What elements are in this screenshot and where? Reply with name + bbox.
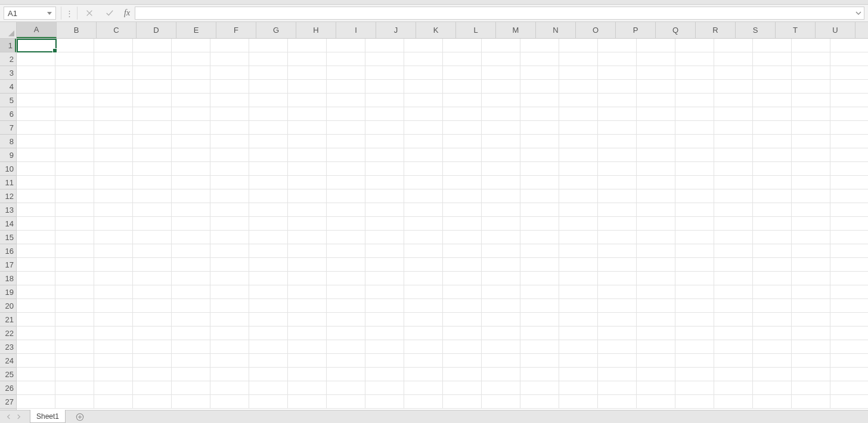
cell[interactable] [327,80,365,94]
cell[interactable] [210,326,249,340]
cell[interactable] [753,66,792,80]
cell[interactable] [443,107,482,121]
cell[interactable] [55,285,94,299]
cell[interactable] [288,326,327,340]
cell[interactable] [327,66,365,80]
cell[interactable] [17,368,55,381]
cell[interactable] [675,340,714,354]
cell[interactable] [753,52,792,66]
cell[interactable] [753,121,792,135]
cell[interactable] [598,326,637,340]
cell[interactable] [94,244,133,258]
cell[interactable] [55,258,94,272]
column-header[interactable]: O [576,22,616,38]
cell[interactable] [172,272,210,285]
cell[interactable] [753,244,792,258]
cell[interactable] [249,66,288,80]
cell-grid[interactable] [17,39,868,410]
cell[interactable] [327,395,365,409]
cell[interactable] [17,231,55,244]
cell[interactable] [559,94,598,107]
cell[interactable] [520,381,559,395]
cell[interactable] [753,176,792,189]
cell[interactable] [288,313,327,326]
cell[interactable] [675,217,714,231]
row-header[interactable]: 20 [0,299,16,313]
cell[interactable] [365,340,404,354]
cell[interactable] [172,80,210,94]
cell[interactable] [17,135,55,148]
cell[interactable] [94,135,133,148]
column-header[interactable]: T [776,22,816,38]
cell[interactable] [17,94,55,107]
cell[interactable] [17,148,55,162]
cell[interactable] [598,176,637,189]
cell[interactable] [17,313,55,326]
cell[interactable] [249,299,288,313]
cell[interactable] [482,326,520,340]
cell[interactable] [753,217,792,231]
cell[interactable] [830,135,868,148]
cell[interactable] [443,285,482,299]
cell[interactable] [443,121,482,135]
cell[interactable] [559,381,598,395]
cell[interactable] [55,39,94,52]
cell[interactable] [172,39,210,52]
cell[interactable] [598,148,637,162]
cell[interactable] [714,203,753,217]
cell[interactable] [365,52,404,66]
cell[interactable] [365,244,404,258]
cell[interactable] [559,80,598,94]
column-header[interactable]: Q [656,22,696,38]
cell[interactable] [404,189,443,203]
cell[interactable] [365,231,404,244]
cell[interactable] [288,203,327,217]
cell[interactable] [675,395,714,409]
cell[interactable] [830,258,868,272]
cell[interactable] [249,107,288,121]
cell[interactable] [210,258,249,272]
cell[interactable] [288,52,327,66]
cell[interactable] [210,244,249,258]
cell[interactable] [327,135,365,148]
cell[interactable] [327,313,365,326]
cell[interactable] [714,217,753,231]
cell[interactable] [327,176,365,189]
cell[interactable] [443,148,482,162]
cell[interactable] [559,107,598,121]
cell[interactable] [17,354,55,368]
cell[interactable] [520,94,559,107]
cell[interactable] [482,203,520,217]
cell[interactable] [210,272,249,285]
cell[interactable] [17,244,55,258]
column-header[interactable]: F [216,22,256,38]
cell[interactable] [520,258,559,272]
cell[interactable] [753,285,792,299]
cell[interactable] [714,107,753,121]
cell[interactable] [249,80,288,94]
cell[interactable] [365,354,404,368]
cell[interactable] [753,368,792,381]
cell[interactable] [637,272,675,285]
cell[interactable] [559,52,598,66]
cell[interactable] [327,94,365,107]
cell[interactable] [598,203,637,217]
cell[interactable] [714,121,753,135]
cell[interactable] [94,52,133,66]
cell[interactable] [482,148,520,162]
cell[interactable] [172,395,210,409]
cell[interactable] [830,313,868,326]
cell[interactable] [637,381,675,395]
cell[interactable] [714,285,753,299]
cell[interactable] [133,326,172,340]
cell[interactable] [559,231,598,244]
cell[interactable] [210,217,249,231]
row-header[interactable]: 23 [0,340,16,354]
cell[interactable] [559,326,598,340]
cell[interactable] [675,162,714,176]
cell[interactable] [365,217,404,231]
cell[interactable] [830,326,868,340]
cell[interactable] [637,313,675,326]
cell[interactable] [365,368,404,381]
cell[interactable] [249,203,288,217]
